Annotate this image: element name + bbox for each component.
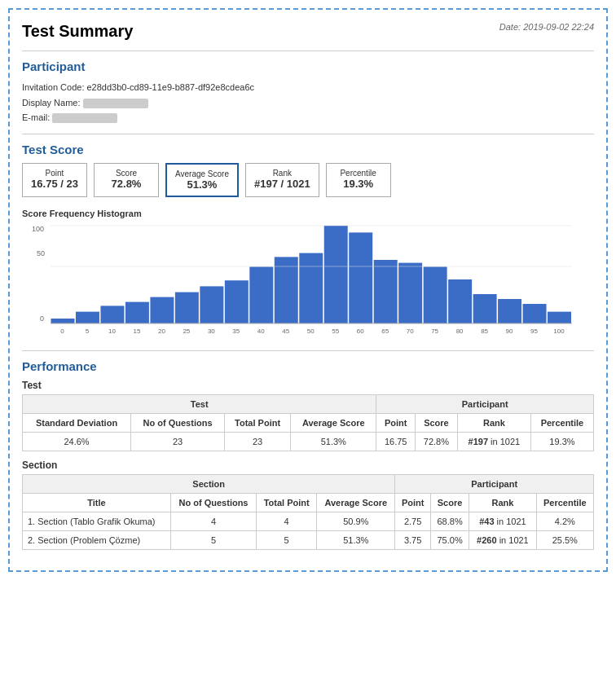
score-card-label: Rank xyxy=(254,169,310,178)
test-group-header-participant: Participant xyxy=(376,395,594,414)
th-rank: Rank xyxy=(457,414,530,433)
histogram-title: Score Frequency Histogram xyxy=(22,209,594,218)
svg-text:65: 65 xyxy=(381,328,389,335)
table-row: 24.6%232351.3%16.7572.8%#197 in 102119.3… xyxy=(23,433,594,451)
score-card-label: Average Score xyxy=(175,169,229,178)
svg-rect-15 xyxy=(349,232,372,323)
svg-text:80: 80 xyxy=(456,328,464,335)
svg-rect-10 xyxy=(225,280,249,323)
svg-rect-4 xyxy=(76,312,99,323)
svg-text:25: 25 xyxy=(183,328,190,335)
participant-title: Participant xyxy=(22,59,594,73)
svg-rect-5 xyxy=(100,306,124,323)
svg-text:10: 10 xyxy=(108,328,116,335)
email-label: E-mail: xyxy=(22,112,50,122)
table-cell: 4.2% xyxy=(536,512,593,531)
score-card-value: 16.75 / 23 xyxy=(31,178,78,190)
score-card-value: #197 / 1021 xyxy=(254,178,310,190)
svg-rect-16 xyxy=(374,260,398,323)
th-total-pt: Total Point xyxy=(225,414,291,433)
svg-text:35: 35 xyxy=(232,328,240,335)
score-card-average-score: Average Score 51.3% xyxy=(165,163,239,197)
performance-title: Performance xyxy=(22,359,594,373)
th-percentile: Percentile xyxy=(530,414,593,433)
section-table-group-header-row: Section Participant xyxy=(23,475,594,494)
svg-rect-17 xyxy=(398,263,422,323)
svg-rect-21 xyxy=(498,299,521,323)
histogram-container: Score Frequency Histogram 100 50 0 05101… xyxy=(22,209,594,342)
table-cell: 75.0% xyxy=(430,531,469,550)
invitation-code-value: e28dd3b0-cd89-11e9-b887-df92e8cdea6c xyxy=(87,82,255,92)
svg-text:100: 100 xyxy=(32,225,44,233)
table-cell: 2.75 xyxy=(395,512,430,531)
participant-section: Participant Invitation Code: e28dd3b0-cd… xyxy=(22,59,594,125)
histogram-chart: 100 50 0 0510152025303540455055606570758… xyxy=(22,222,576,340)
th-total-pt-s: Total Point xyxy=(257,494,317,512)
th-point: Point xyxy=(376,414,416,433)
svg-rect-13 xyxy=(299,253,323,323)
svg-text:70: 70 xyxy=(407,328,414,335)
test-group-header-test: Test xyxy=(23,395,376,414)
table-cell: 19.3% xyxy=(530,433,593,451)
section-group-header-section: Section xyxy=(23,475,395,494)
svg-text:45: 45 xyxy=(282,328,289,335)
section-group-header-participant: Participant xyxy=(395,475,594,494)
page-wrapper: Test Summary Date: 2019-09-02 22:24 Part… xyxy=(8,8,608,572)
table-cell: 68.8% xyxy=(430,512,469,531)
th-title: Title xyxy=(23,494,171,512)
table-cell: 72.8% xyxy=(415,433,457,451)
svg-text:20: 20 xyxy=(158,328,165,335)
th-num-q: No of Questions xyxy=(131,414,225,433)
score-card-value: 72.8% xyxy=(103,178,150,190)
test-score-title: Test Score xyxy=(22,143,594,156)
table-cell: #43 in 1021 xyxy=(469,512,536,531)
table-cell: 51.3% xyxy=(291,433,376,451)
th-avg-score-s: Average Score xyxy=(317,494,395,512)
date-label: Date: 2019-09-02 22:24 xyxy=(499,22,594,32)
svg-rect-6 xyxy=(125,302,149,323)
score-card-value: 19.3% xyxy=(335,178,382,190)
svg-rect-20 xyxy=(473,294,497,323)
svg-rect-7 xyxy=(150,297,174,323)
test-performance-table: Test Participant Standard Deviation No o… xyxy=(22,394,594,451)
th-rank-s: Rank xyxy=(469,494,536,512)
table-cell: 51.3% xyxy=(317,531,395,550)
participant-divider xyxy=(22,134,594,134)
score-card-label: Score xyxy=(103,169,150,178)
score-card-rank: Rank #197 / 1021 xyxy=(245,163,319,197)
svg-rect-12 xyxy=(275,257,298,323)
table-cell: 2. Section (Problem Çözme) xyxy=(23,531,171,550)
score-cards-container: Point 16.75 / 23Score 72.8%Average Score… xyxy=(22,163,594,197)
test-score-section: Test Score Point 16.75 / 23Score 72.8%Av… xyxy=(22,143,594,342)
svg-text:50: 50 xyxy=(307,328,315,335)
svg-text:50: 50 xyxy=(37,249,45,257)
table-cell: 16.75 xyxy=(376,433,416,451)
score-card-label: Percentile xyxy=(335,169,382,178)
table-cell: 24.6% xyxy=(23,433,131,451)
header-divider xyxy=(22,51,594,51)
score-card-value: 51.3% xyxy=(175,178,229,191)
table-cell: 5 xyxy=(257,531,317,550)
score-card-point: Point 16.75 / 23 xyxy=(22,163,87,197)
th-percentile-s: Percentile xyxy=(536,494,593,512)
svg-text:0: 0 xyxy=(60,328,64,335)
header: Test Summary Date: 2019-09-02 22:24 xyxy=(22,22,594,41)
section-performance-table: Section Participant Title No of Question… xyxy=(22,474,594,550)
svg-text:100: 100 xyxy=(553,328,565,335)
table-cell: 3.75 xyxy=(395,531,430,550)
th-avg-score: Average Score xyxy=(291,414,376,433)
participant-info: Invitation Code: e28dd3b0-cd89-11e9-b887… xyxy=(22,80,594,125)
svg-text:85: 85 xyxy=(481,328,488,335)
table-row: 2. Section (Problem Çözme)5551.3%3.7575.… xyxy=(23,531,594,550)
svg-text:75: 75 xyxy=(431,328,438,335)
table-cell: #197 in 1021 xyxy=(457,433,530,451)
svg-rect-14 xyxy=(324,226,348,323)
svg-rect-19 xyxy=(448,279,472,323)
table-cell: 4 xyxy=(257,512,317,531)
table-cell: 23 xyxy=(131,433,225,451)
svg-text:0: 0 xyxy=(40,314,44,323)
th-point-s: Point xyxy=(395,494,430,512)
svg-rect-3 xyxy=(51,319,75,323)
table-cell: 4 xyxy=(170,512,256,531)
svg-text:90: 90 xyxy=(506,328,513,335)
